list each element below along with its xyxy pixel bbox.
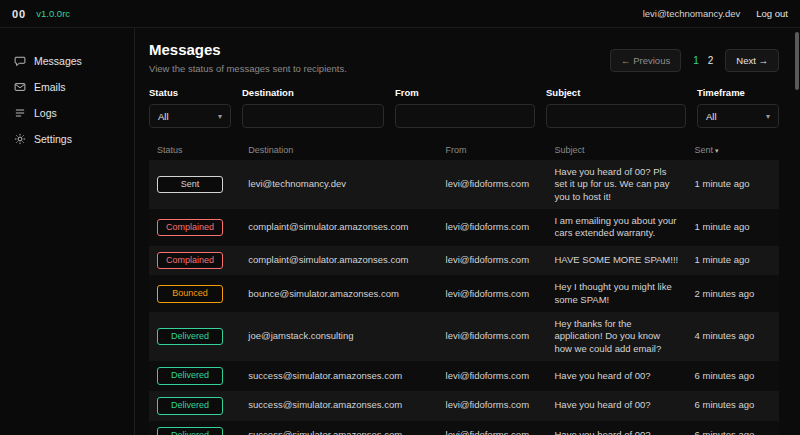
destination-cell: success@simulator.amazonses.com bbox=[240, 391, 437, 421]
destination-cell: complaint@simulator.amazonses.com bbox=[240, 246, 437, 276]
sidebar-item-logs[interactable]: Logs bbox=[0, 100, 134, 126]
sidebar: MessagesEmailsLogsSettings bbox=[0, 28, 135, 435]
previous-button[interactable]: ← Previous bbox=[610, 49, 681, 72]
page-numbers: 12 bbox=[693, 55, 713, 66]
table-header-row: StatusDestinationFromSubjectSent ▾ bbox=[149, 140, 779, 160]
subject-cell: Hey thanks for the application! Do you k… bbox=[546, 312, 686, 361]
status-badge: Complained bbox=[157, 252, 223, 270]
vertical-scrollbar[interactable] bbox=[794, 28, 800, 435]
filter-input-destination[interactable] bbox=[251, 111, 375, 122]
destination-cell: bounce@simulator.amazonses.com bbox=[240, 275, 437, 312]
sent-cell: 1 minute ago bbox=[687, 209, 779, 246]
sent-cell: 6 minutes ago bbox=[687, 421, 779, 435]
messages-table: StatusDestinationFromSubjectSent ▾ Sentl… bbox=[149, 140, 779, 435]
status-badge: Delivered bbox=[157, 397, 223, 415]
version-label: v1.0.0rc bbox=[36, 8, 70, 19]
subject-cell: Hey I thought you might like some SPAM! bbox=[546, 275, 686, 312]
logout-link[interactable]: Log out bbox=[756, 8, 788, 19]
chevron-down-icon: ▾ bbox=[766, 112, 770, 121]
sidebar-item-label: Settings bbox=[34, 133, 72, 145]
from-cell: levi@fidoforms.com bbox=[438, 312, 547, 361]
filter-select-timeframe[interactable]: All▾ bbox=[697, 104, 779, 128]
sidebar-item-emails[interactable]: Emails bbox=[0, 74, 134, 100]
chevron-down-icon: ▾ bbox=[218, 112, 222, 121]
top-bar: 00 v1.0.0rc levi@technomancy.dev Log out bbox=[0, 0, 800, 28]
status-badge: Delivered bbox=[157, 427, 223, 435]
table-row[interactable]: Complainedcomplaint@simulator.amazonses.… bbox=[149, 209, 779, 246]
table-row[interactable]: Complainedcomplaint@simulator.amazonses.… bbox=[149, 246, 779, 276]
sent-cell: 2 minutes ago bbox=[687, 275, 779, 312]
subject-cell: Have you heard of 00? bbox=[546, 391, 686, 421]
table-row[interactable]: Bouncedbounce@simulator.amazonses.comlev… bbox=[149, 275, 779, 312]
subject-cell: Have you heard of 00? Pls set it up for … bbox=[546, 160, 686, 209]
filter-field-from bbox=[395, 104, 535, 128]
filter-input-subject[interactable] bbox=[555, 111, 677, 122]
from-cell: levi@fidoforms.com bbox=[438, 160, 547, 209]
subject-cell: HAVE SOME MORE SPAM!!! bbox=[546, 246, 686, 276]
destination-cell: levi@technomancy.dev bbox=[240, 160, 437, 209]
mail-icon bbox=[14, 81, 26, 93]
filter-select-status[interactable]: All▾ bbox=[149, 104, 231, 128]
status-badge: Delivered bbox=[157, 328, 223, 346]
logs-icon bbox=[14, 107, 26, 119]
column-header-from: From bbox=[438, 140, 547, 160]
from-cell: levi@fidoforms.com bbox=[438, 246, 547, 276]
from-cell: levi@fidoforms.com bbox=[438, 209, 547, 246]
filter-label-status: Status bbox=[149, 87, 231, 98]
sent-cell: 4 minutes ago bbox=[687, 312, 779, 361]
page-subtitle: View the status of messages sent to reci… bbox=[149, 63, 347, 74]
pagination: ← Previous 12 Next → bbox=[610, 49, 779, 72]
filter-input-from[interactable] bbox=[404, 111, 526, 122]
app-logo[interactable]: 00 bbox=[12, 8, 26, 20]
sent-cell: 6 minutes ago bbox=[687, 361, 779, 391]
subject-cell: I am emailing you about your cars extend… bbox=[546, 209, 686, 246]
column-header-status: Status bbox=[149, 140, 240, 160]
sort-icon: ▾ bbox=[713, 147, 718, 154]
filter-label-timeframe: Timeframe bbox=[697, 87, 779, 98]
sent-cell: 1 minute ago bbox=[687, 246, 779, 276]
sidebar-item-messages[interactable]: Messages bbox=[0, 48, 134, 74]
next-button[interactable]: Next → bbox=[725, 49, 779, 72]
table-row[interactable]: Deliveredsuccess@simulator.amazonses.com… bbox=[149, 391, 779, 421]
column-header-subject: Subject bbox=[546, 140, 686, 160]
table-row[interactable]: Deliveredsuccess@simulator.amazonses.com… bbox=[149, 421, 779, 435]
from-cell: levi@fidoforms.com bbox=[438, 421, 547, 435]
filter-label-subject: Subject bbox=[546, 87, 686, 98]
column-header-sent[interactable]: Sent ▾ bbox=[687, 140, 779, 160]
sidebar-item-label: Emails bbox=[34, 81, 66, 93]
gear-icon bbox=[14, 133, 26, 145]
destination-cell: joe@jamstack.consulting bbox=[240, 312, 437, 361]
main-content: Messages View the status of messages sen… bbox=[135, 28, 800, 435]
destination-cell: success@simulator.amazonses.com bbox=[240, 421, 437, 435]
sent-cell: 1 minute ago bbox=[687, 160, 779, 209]
table-row[interactable]: Deliveredjoe@jamstack.consultinglevi@fid… bbox=[149, 312, 779, 361]
filter-bar: StatusAll▾DestinationFromSubjectTimefram… bbox=[149, 87, 779, 128]
sidebar-item-label: Logs bbox=[34, 107, 57, 119]
from-cell: levi@fidoforms.com bbox=[438, 391, 547, 421]
table-row[interactable]: Deliveredsuccess@simulator.amazonses.com… bbox=[149, 361, 779, 391]
page-number-2[interactable]: 2 bbox=[708, 55, 714, 66]
filter-label-destination: Destination bbox=[242, 87, 384, 98]
sidebar-item-settings[interactable]: Settings bbox=[0, 126, 134, 152]
messages-icon bbox=[14, 55, 26, 67]
scrollbar-thumb[interactable] bbox=[795, 32, 799, 90]
table-row[interactable]: Sentlevi@technomancy.devlevi@fidoforms.c… bbox=[149, 160, 779, 209]
from-cell: levi@fidoforms.com bbox=[438, 275, 547, 312]
select-value: All bbox=[158, 111, 169, 122]
filter-field-destination bbox=[242, 104, 384, 128]
page-title: Messages bbox=[149, 41, 347, 58]
filter-field-subject bbox=[546, 104, 686, 128]
status-badge: Sent bbox=[157, 176, 223, 194]
filter-label-from: From bbox=[395, 87, 535, 98]
status-badge: Complained bbox=[157, 219, 223, 237]
destination-cell: complaint@simulator.amazonses.com bbox=[240, 209, 437, 246]
sent-cell: 6 minutes ago bbox=[687, 391, 779, 421]
user-email: levi@technomancy.dev bbox=[643, 8, 741, 19]
status-badge: Delivered bbox=[157, 367, 223, 385]
subject-cell: Have you heard of 00? bbox=[546, 421, 686, 435]
column-header-destination: Destination bbox=[240, 140, 437, 160]
select-value: All bbox=[706, 111, 717, 122]
subject-cell: Have you heard of 00? bbox=[546, 361, 686, 391]
page-number-1[interactable]: 1 bbox=[693, 55, 699, 66]
status-badge: Bounced bbox=[157, 285, 223, 303]
